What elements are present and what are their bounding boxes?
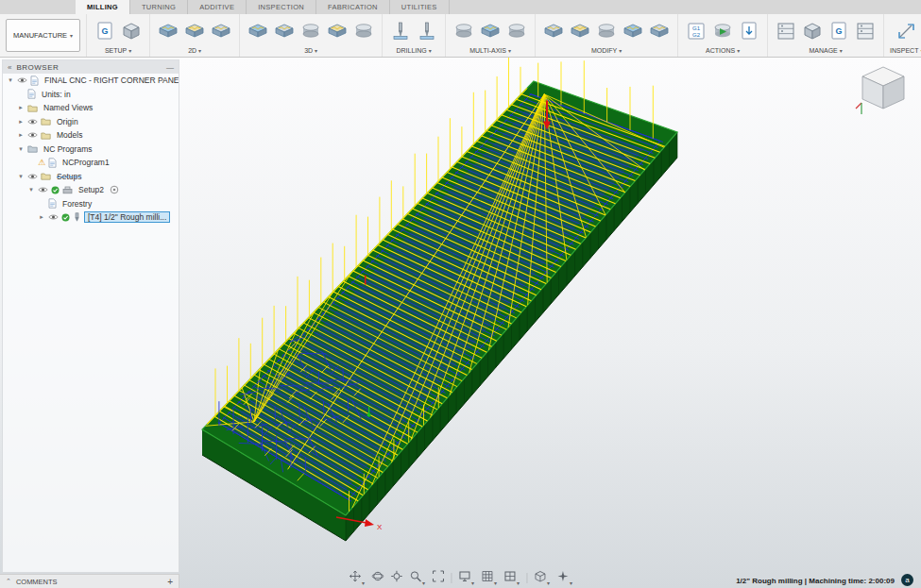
2d-pocket-icon[interactable] [182, 20, 207, 42]
pan-button[interactable]: ▾ [349, 569, 365, 586]
grid-and-snaps-button[interactable]: ▾ [481, 569, 497, 586]
comments-bar[interactable]: ⌃ COMMENTS + [0, 574, 179, 588]
expander-expanded-icon[interactable]: ▾ [17, 173, 25, 180]
eye-icon[interactable] [27, 131, 38, 139]
effects-button[interactable]: ▾ [556, 569, 572, 586]
tree-item-setup2[interactable]: ▾Setup2 [3, 183, 179, 197]
look-at-button[interactable] [390, 569, 402, 586]
view-cube[interactable] [853, 61, 913, 120]
eye-icon[interactable] [17, 76, 27, 84]
bore-icon[interactable] [415, 20, 439, 42]
browser-tree: ▾FINAL CNC - RIGHT CORNER PANE...Units: … [3, 74, 179, 225]
tab-turning[interactable]: TURNING [130, 0, 188, 14]
flow-icon[interactable] [504, 20, 529, 42]
trim-toolpath-icon[interactable] [541, 20, 566, 42]
expander-collapsed-icon[interactable]: ▸ [17, 131, 25, 139]
adaptive-clearing-icon[interactable] [246, 20, 270, 42]
optimize-feed-icon[interactable] [594, 20, 619, 42]
toolbar-group-icons: G1G2 [684, 15, 761, 46]
caret-down-icon: ▾ [570, 580, 572, 586]
edit-passes-icon[interactable] [621, 20, 645, 42]
expander-expanded-icon[interactable]: ▾ [7, 76, 14, 84]
toolbar-group-dropdown[interactable]: SETUP▾ [105, 46, 131, 57]
multi-axis-contour-icon[interactable] [478, 20, 503, 42]
orbit-button[interactable] [371, 569, 384, 586]
target-icon[interactable] [110, 185, 119, 194]
tree-item-ncprogram1[interactable]: ⚠NCProgram1 [3, 156, 179, 170]
2d-adaptive-icon[interactable] [156, 20, 180, 42]
check-icon [51, 186, 60, 194]
svg-text:G2: G2 [692, 32, 701, 38]
machine-pattern-icon[interactable] [647, 20, 672, 42]
tree-item-nc-programs[interactable]: ▾NC Programs [3, 143, 179, 157]
eye-icon[interactable] [27, 118, 38, 126]
eye-icon[interactable] [27, 173, 38, 180]
add-comment-icon[interactable]: + [167, 577, 173, 587]
toolbar-group-dropdown[interactable]: MODIFY▾ [591, 46, 622, 57]
drill-icon[interactable] [388, 20, 413, 42]
tab-utilities[interactable]: UTILITIES [390, 0, 450, 14]
panel-collapse-icon[interactable]: « [8, 63, 11, 72]
tree-item-label: Origin [54, 117, 81, 126]
steep-and-shallow-icon[interactable] [298, 20, 323, 42]
measure-icon[interactable] [895, 20, 919, 42]
workspace-switcher-button[interactable]: MANUFACTURE ▾ [6, 19, 80, 52]
visual-style-icon [534, 569, 546, 586]
toolbar-group-dropdown[interactable]: INSPECT▾ [890, 46, 921, 57]
scallop-icon[interactable] [351, 20, 376, 42]
tree-item-units[interactable]: Units: in [3, 88, 179, 102]
toolbar-group-icons [895, 15, 919, 46]
caret-down-icon: ▾ [471, 580, 474, 586]
tree-item-root[interactable]: ▾FINAL CNC - RIGHT CORNER PANE... [3, 74, 179, 88]
toolbar-group-inspect: INSPECT▾ [883, 14, 921, 57]
generate-icon[interactable] [737, 20, 761, 42]
tree-item-setups[interactable]: ▾Setups [3, 170, 179, 184]
tree-item-models[interactable]: ▸Models [3, 128, 179, 143]
expander-collapsed-icon[interactable]: ▸ [17, 118, 25, 126]
expander-collapsed-icon[interactable]: ▸ [38, 213, 45, 221]
tree-item-forestry[interactable]: Forestry [3, 197, 179, 211]
zoom-button[interactable]: ▾ [409, 569, 425, 586]
pocket-clearing-icon[interactable] [272, 20, 297, 42]
templates-icon[interactable] [853, 20, 878, 42]
expander-expanded-icon[interactable]: ▾ [17, 145, 25, 153]
machine-library-icon[interactable] [800, 20, 825, 42]
eye-icon[interactable] [48, 213, 59, 221]
tab-fabrication[interactable]: FABRICATION [316, 0, 390, 14]
expander-expanded-icon[interactable]: ▾ [27, 186, 35, 193]
post-library-icon[interactable]: G [827, 20, 851, 42]
post-process-icon[interactable]: G1G2 [684, 20, 708, 42]
tab-inspection[interactable]: INSPECTION [247, 0, 316, 14]
tab-milling[interactable]: MILLING [76, 0, 130, 14]
assistant-icon[interactable]: a [901, 574, 913, 586]
caret-down-icon: ▾ [315, 48, 317, 54]
expander-collapsed-icon[interactable]: ▸ [17, 104, 25, 111]
machine-icon[interactable] [119, 20, 144, 42]
tree-item-label: NCProgram1 [60, 158, 112, 167]
toolbar-group-dropdown[interactable]: DRILLING▾ [396, 46, 431, 57]
warning-icon: ⚠ [38, 159, 45, 167]
toolbar-group-setup: GSETUP▾ [86, 14, 149, 57]
parallel-icon[interactable] [325, 20, 350, 42]
tree-item-t4-rough[interactable]: ▸[T4] 1/2" Rough milli... [3, 210, 179, 225]
toolbar-group-dropdown[interactable]: 2D▾ [188, 46, 201, 57]
toolbar-group-dropdown[interactable]: 3D▾ [304, 46, 317, 57]
tool-library-icon[interactable] [774, 20, 798, 42]
tab-additive[interactable]: ADDITIVE [188, 0, 247, 14]
viewports-button[interactable]: ▾ [503, 569, 520, 586]
tree-item-named-views[interactable]: ▸Named Views [3, 101, 179, 115]
swarf-icon[interactable] [452, 20, 476, 42]
eye-icon[interactable] [38, 186, 48, 193]
visual-style-button[interactable]: ▾ [534, 569, 550, 586]
toolbar-group-dropdown[interactable]: MANAGE▾ [809, 46, 842, 57]
panel-minimize-icon[interactable]: — [166, 63, 174, 72]
new-setup-icon[interactable]: G [93, 20, 117, 42]
toolbar-group-dropdown[interactable]: ACTIONS▾ [706, 46, 740, 57]
delete-passes-icon[interactable] [568, 20, 592, 42]
2d-contour-icon[interactable] [209, 20, 233, 42]
display-settings-button[interactable]: ▾ [458, 569, 474, 586]
fit-button[interactable] [432, 569, 444, 586]
tree-item-origin[interactable]: ▸Origin [3, 115, 179, 129]
simulate-icon[interactable] [710, 20, 735, 42]
toolbar-group-dropdown[interactable]: MULTI-AXIS▾ [469, 46, 511, 57]
